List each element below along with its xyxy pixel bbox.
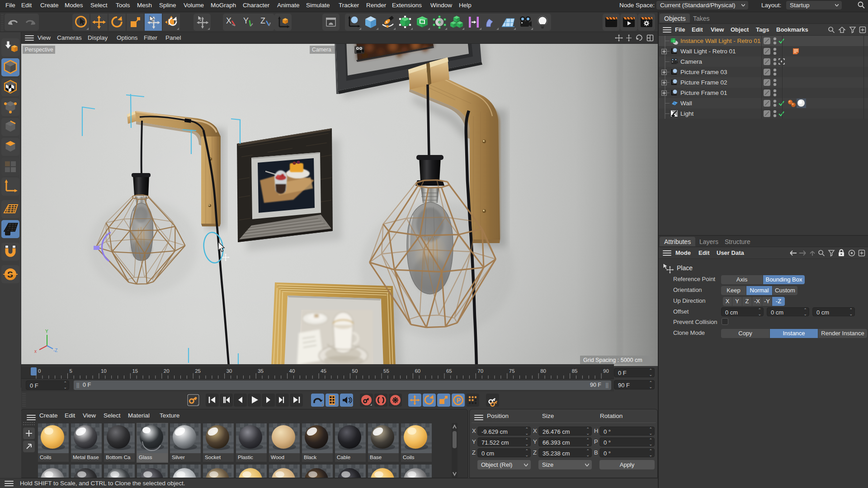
svg-text:65: 65 bbox=[446, 368, 452, 374]
svg-text:Y: Y bbox=[243, 16, 249, 25]
svg-text:90: 90 bbox=[603, 368, 609, 374]
svg-text:35: 35 bbox=[258, 368, 264, 374]
svg-text:x: x bbox=[34, 349, 37, 354]
svg-text:30: 30 bbox=[226, 368, 232, 374]
svg-text:X: X bbox=[226, 16, 231, 25]
svg-text:55: 55 bbox=[383, 368, 389, 374]
svg-text:70: 70 bbox=[477, 368, 483, 374]
svg-text:Z: Z bbox=[260, 16, 265, 25]
svg-text:50: 50 bbox=[352, 368, 358, 374]
svg-text:80: 80 bbox=[540, 368, 546, 374]
svg-text:P: P bbox=[457, 397, 461, 404]
svg-text:40: 40 bbox=[289, 368, 295, 374]
svg-text:45: 45 bbox=[321, 368, 326, 374]
svg-text:5: 5 bbox=[70, 368, 72, 374]
svg-text:Grid Spacing : 5000 cm: Grid Spacing : 5000 cm bbox=[583, 357, 642, 363]
svg-text:60: 60 bbox=[415, 368, 420, 374]
svg-text:0: 0 bbox=[38, 368, 41, 374]
svg-text:Camera: Camera bbox=[312, 47, 331, 53]
svg-text:25: 25 bbox=[195, 368, 201, 374]
svg-text:75: 75 bbox=[509, 368, 515, 374]
svg-text:15: 15 bbox=[132, 368, 138, 374]
svg-text:-Z: -Z bbox=[53, 348, 57, 353]
svg-text:10: 10 bbox=[101, 368, 107, 374]
svg-text:20: 20 bbox=[164, 368, 170, 374]
svg-text:Y: Y bbox=[45, 329, 48, 334]
svg-text:85: 85 bbox=[572, 368, 578, 374]
svg-text:Perspective: Perspective bbox=[25, 47, 53, 53]
